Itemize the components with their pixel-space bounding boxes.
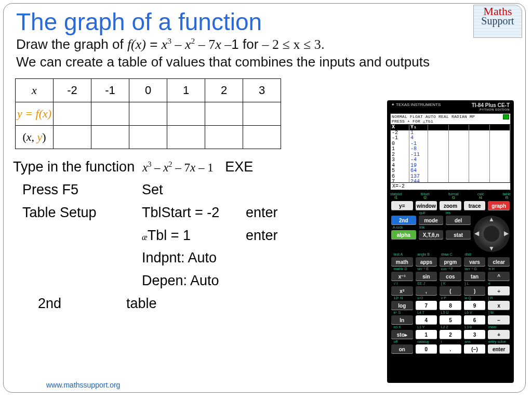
- step-indpnt: Indpnt: Auto: [142, 247, 217, 269]
- table-row: x -2 -1 0 1 2 3: [16, 79, 281, 102]
- step-tablesetup: Table Setup: [13, 202, 142, 224]
- calc-brand: ✦ TEXAS INSTRUMENTS: [391, 102, 441, 111]
- step-enter2: enter: [246, 225, 292, 247]
- values-table: x -2 -1 0 1 2 3 y = f(x) (x, y): [15, 78, 281, 149]
- key-2[interactable]: 2: [440, 330, 461, 339]
- key-5[interactable]: 5: [440, 315, 461, 325]
- cell: -2: [54, 79, 91, 102]
- arrow-left-icon[interactable]: ◀: [474, 230, 479, 237]
- instr-expr: x3 – x2 – 7x –: [162, 37, 232, 52]
- softkey-labels: statplotf1tblsetf2formatf3calcf4tablef5: [387, 192, 514, 201]
- calc-screen: NORMAL FLOAT AUTO REAL RADIAN MP PRESS +…: [390, 113, 511, 190]
- arrow-up-icon[interactable]: ▲: [488, 216, 495, 223]
- instr-prefix: Draw the graph of: [16, 36, 127, 52]
- key-vars[interactable]: vars: [464, 257, 486, 267]
- cell: 2: [205, 79, 243, 102]
- screen-status: X=-2: [391, 182, 510, 190]
- logo-badge: Maths Support: [473, 5, 522, 38]
- key-trace[interactable]: trace: [464, 201, 486, 210]
- cell: 1: [167, 79, 205, 102]
- key-sym[interactable]: .: [440, 344, 461, 354]
- step-set: Set: [142, 179, 163, 201]
- instr-eq: =: [146, 36, 162, 52]
- instr-domain: – 2 ≤ x ≤ 3: [262, 37, 321, 52]
- logo-line2: Support: [474, 17, 522, 25]
- key-XTn[interactable]: X,T,θ,n: [419, 230, 444, 240]
- key-sym[interactable]: +: [488, 330, 510, 339]
- cell: [91, 102, 129, 126]
- step-table: table: [100, 293, 157, 315]
- key-mode[interactable]: mode: [419, 216, 444, 225]
- dpad[interactable]: ▲ ▼ ◀ ▶: [473, 216, 510, 252]
- key-graph[interactable]: graph: [488, 201, 510, 210]
- key-4[interactable]: 4: [416, 315, 437, 325]
- key-y[interactable]: y=: [391, 201, 413, 210]
- key-6[interactable]: 6: [464, 315, 486, 325]
- key-math[interactable]: math: [391, 257, 413, 267]
- key-ln[interactable]: ln: [391, 315, 413, 325]
- key-sym[interactable]: (: [440, 286, 461, 296]
- key-x[interactable]: x⁻¹: [391, 272, 413, 281]
- key-enter[interactable]: enter: [488, 344, 510, 354]
- key-sin[interactable]: sin: [416, 272, 437, 281]
- table-row: (x, y): [16, 126, 281, 149]
- th-yfx: y = f(x): [16, 102, 54, 126]
- key-0[interactable]: 0: [416, 344, 437, 354]
- key-3[interactable]: 3: [464, 330, 486, 339]
- slide: Maths Support The graph of a function Dr…: [3, 3, 526, 393]
- key-sym[interactable]: ^: [488, 272, 510, 281]
- footer-url[interactable]: www.mathssupport.org: [46, 381, 120, 389]
- calculator: ✦ TEXAS INSTRUMENTS TI-84 Plus CE-TPYTHO…: [387, 100, 514, 383]
- key-on[interactable]: on: [391, 344, 413, 354]
- page-title: The graph of a function: [4, 4, 525, 36]
- cell: 3: [243, 79, 281, 102]
- key-8[interactable]: 8: [440, 301, 461, 310]
- key-cos[interactable]: cos: [440, 272, 461, 281]
- key-sym[interactable]: ): [464, 286, 486, 296]
- step-enter1: enter: [246, 202, 292, 224]
- key-tan[interactable]: tan: [464, 272, 486, 281]
- instruction-block: Draw the graph of f(x) = x3 – x2 – 7x –1…: [4, 36, 525, 70]
- key-x[interactable]: x²: [391, 286, 413, 296]
- step-f5: Press F5: [13, 179, 142, 201]
- key-log[interactable]: log: [391, 301, 413, 310]
- keyboard: y=windowzoomtracegraph 2ndmodedelquitins…: [387, 201, 514, 363]
- step-expr: x3 – x2 – 7x – 1: [142, 161, 213, 174]
- key-sym[interactable]: ÷: [488, 286, 510, 296]
- cell: [243, 102, 281, 126]
- cell: [129, 126, 167, 149]
- step-exe: EXE: [225, 159, 253, 175]
- key-7[interactable]: 7: [416, 301, 437, 310]
- key-apps[interactable]: apps: [416, 257, 437, 267]
- key-clear[interactable]: clear: [488, 257, 510, 267]
- key-alpha[interactable]: alpha: [391, 230, 416, 240]
- arrow-down-icon[interactable]: ▼: [488, 245, 495, 252]
- cell: [54, 102, 91, 126]
- key-zoom[interactable]: zoom: [440, 201, 461, 210]
- step-type: Type in the function: [13, 159, 135, 175]
- key-2nd[interactable]: 2nd: [391, 216, 416, 225]
- step-tblstart: TblStart = -2: [142, 202, 246, 224]
- screen-table: XY₁-21-140-11-82-113-4419564613772448391: [391, 125, 510, 190]
- key-sym[interactable]: ,: [416, 286, 437, 296]
- step-deltatbl: æTbl = 1: [142, 225, 246, 247]
- key-1[interactable]: 1: [416, 330, 437, 339]
- key-x[interactable]: x: [488, 301, 510, 310]
- battery-icon: [503, 114, 509, 119]
- th-xy: (x, y): [16, 126, 54, 149]
- cell: [129, 102, 167, 126]
- key-sym[interactable]: −: [488, 315, 510, 325]
- instr-fx: f(x): [127, 37, 146, 52]
- key-sym[interactable]: (−): [464, 344, 486, 354]
- key-prgm[interactable]: prgm: [440, 257, 461, 267]
- key-sto[interactable]: sto▸: [391, 330, 413, 339]
- key-9[interactable]: 9: [464, 301, 486, 310]
- cell: [167, 126, 205, 149]
- calc-header: ✦ TEXAS INSTRUMENTS TI-84 Plus CE-TPYTHO…: [387, 100, 514, 112]
- calc-model: TI-84 Plus CE-TPYTHON EDITION: [472, 102, 510, 111]
- key-stat[interactable]: stat: [446, 230, 471, 240]
- arrow-right-icon[interactable]: ▶: [504, 230, 509, 237]
- cell: [167, 102, 205, 126]
- key-del[interactable]: del: [446, 216, 471, 225]
- key-window[interactable]: window: [416, 201, 437, 210]
